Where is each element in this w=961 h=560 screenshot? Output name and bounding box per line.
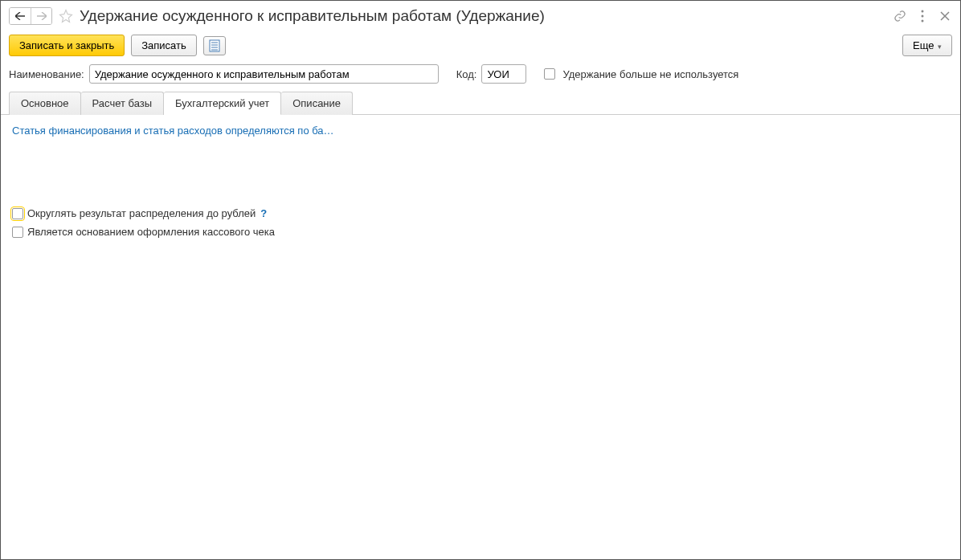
disabled-checkbox[interactable] [544,68,555,80]
svg-point-2 [922,20,924,22]
forward-button[interactable] [31,8,51,24]
round-row: Округлять результат распределения до руб… [12,207,949,219]
tab-accounting[interactable]: Бухгалтерский учет [164,92,281,115]
window-header: Удержание осужденного к исправительным р… [1,1,960,30]
field-row: Наименование: Код: Удержание больше не и… [1,61,960,92]
header-actions [893,9,952,23]
kebab-menu-icon[interactable] [915,9,930,23]
disabled-checkbox-label: Удержание больше не используется [562,68,738,80]
tab-main[interactable]: Основное [9,92,81,115]
favorite-star-icon[interactable] [57,7,75,25]
close-icon[interactable] [938,9,952,23]
round-checkbox-label: Округлять результат распределения до руб… [27,207,256,219]
financing-article-link[interactable]: Статья финансирования и статья расходов … [12,125,334,137]
round-checkbox[interactable] [12,208,23,219]
help-icon[interactable]: ? [260,207,267,219]
tab-description[interactable]: Описание [281,92,353,115]
toolbar: Записать и закрыть Записать Еще [1,30,960,61]
receipt-row: Является основанием оформления кассового… [12,226,949,238]
name-input[interactable] [89,64,439,84]
name-label: Наименование: [9,68,84,80]
tab-bar: Основное Расчет базы Бухгалтерский учет … [1,92,960,115]
receipt-checkbox[interactable] [12,227,23,238]
page-title: Удержание осужденного к исправительным р… [80,7,893,25]
save-button[interactable]: Записать [131,35,197,56]
code-label: Код: [456,68,477,80]
nav-arrows [9,7,52,25]
code-input[interactable] [481,64,526,84]
link-icon[interactable] [893,9,907,23]
more-menu-button[interactable]: Еще [902,35,952,56]
save-and-close-button[interactable]: Записать и закрыть [9,35,125,56]
svg-point-1 [922,15,924,18]
report-button[interactable] [203,36,226,55]
back-button[interactable] [10,8,31,24]
svg-point-0 [922,10,924,13]
tab-content: Статья финансирования и статья расходов … [1,115,960,247]
receipt-checkbox-label: Является основанием оформления кассового… [27,226,275,238]
tab-base[interactable]: Расчет базы [81,92,165,115]
